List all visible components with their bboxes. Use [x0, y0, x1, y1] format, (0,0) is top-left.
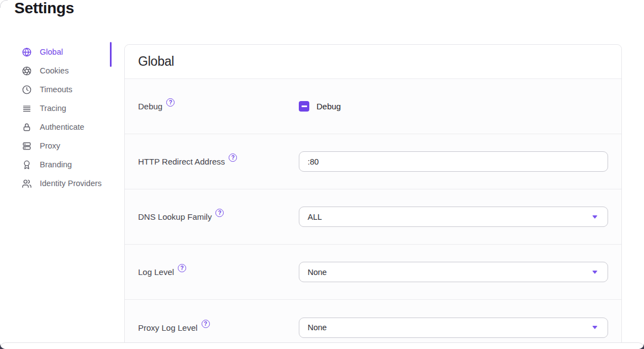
field-label-group: DNS Lookup Family ?	[138, 212, 299, 221]
settings-screen: Settings Global Cookies Timeouts Tracing…	[0, 0, 644, 349]
lock-icon	[22, 122, 32, 133]
settings-row-http-redirect-address: HTTP Redirect Address ?	[125, 134, 621, 189]
sidebar-item-timeouts[interactable]: Timeouts	[22, 80, 115, 99]
sidebar-item-label: Global	[40, 47, 63, 56]
clock-icon	[22, 84, 32, 95]
field-control: None	[299, 318, 608, 338]
users-icon	[22, 178, 32, 189]
sidebar-item-proxy[interactable]: Proxy	[22, 136, 115, 155]
http-redirect-address-input[interactable]	[299, 151, 608, 172]
chevron-down-icon	[592, 326, 598, 329]
sidebar-item-label: Branding	[40, 160, 72, 169]
help-icon[interactable]: ?	[215, 209, 224, 217]
sidebar-item-label: Identity Providers	[40, 179, 102, 188]
sidebar-item-identity-providers[interactable]: Identity Providers	[22, 174, 115, 193]
field-label: HTTP Redirect Address	[138, 157, 225, 166]
globe-icon	[22, 47, 32, 57]
field-label-group: Debug ?	[138, 102, 299, 111]
chevron-down-icon	[592, 215, 598, 219]
global-settings-card: Global Debug ? Debug HTTP Redirect Addre…	[124, 44, 622, 349]
select-value: None	[308, 323, 327, 332]
help-icon[interactable]: ?	[166, 98, 175, 107]
sidebar-item-cookies[interactable]: Cookies	[22, 61, 115, 80]
field-label: DNS Lookup Family	[138, 212, 212, 221]
debug-checkbox[interactable]	[299, 101, 309, 112]
list-icon	[22, 103, 32, 114]
card-header: Global	[125, 45, 621, 79]
settings-row-log-level: Log Level ? None	[125, 245, 621, 300]
checkbox-label: Debug	[316, 102, 341, 111]
field-label-group: Proxy Log Level ?	[138, 323, 299, 332]
select-value: None	[308, 268, 327, 277]
bottom-panel-edge	[0, 342, 644, 349]
sidebar-item-authenticate[interactable]: Authenticate	[22, 118, 115, 136]
field-control: None	[299, 262, 608, 282]
page-title: Settings	[14, 0, 74, 19]
sidebar-item-label: Authenticate	[40, 123, 85, 131]
field-label-group: Log Level ?	[138, 267, 299, 277]
card-title: Global	[138, 54, 174, 69]
settings-row-proxy-log-level: Proxy Log Level ? None	[125, 300, 621, 349]
sidebar-active-indicator	[110, 42, 112, 67]
sidebar-item-tracing[interactable]: Tracing	[22, 99, 115, 118]
field-label: Debug	[138, 102, 162, 111]
settings-row-dns-lookup-family: DNS Lookup Family ? ALL	[125, 189, 621, 245]
field-label: Log Level	[138, 267, 174, 277]
settings-row-debug: Debug ? Debug	[125, 79, 621, 134]
sidebar-item-global[interactable]: Global	[22, 43, 115, 61]
field-label-group: HTTP Redirect Address ?	[138, 157, 299, 166]
select-value: ALL	[308, 213, 322, 221]
settings-sidebar: Global Cookies Timeouts Tracing Authenti…	[22, 43, 115, 193]
sidebar-item-label: Tracing	[40, 104, 66, 113]
sidebar-item-label: Timeouts	[40, 85, 72, 94]
proxy-log-level-select[interactable]: None	[299, 318, 608, 338]
help-icon[interactable]: ?	[202, 320, 210, 328]
cookie-icon	[22, 66, 32, 76]
sidebar-item-branding[interactable]: Branding	[22, 155, 115, 174]
server-icon	[22, 141, 32, 151]
indeterminate-mark-icon	[302, 105, 307, 107]
sidebar-item-label: Proxy	[40, 141, 60, 150]
window-corner	[0, 0, 8, 8]
field-control: Debug	[299, 101, 608, 112]
log-level-select[interactable]: None	[299, 262, 608, 282]
field-label: Proxy Log Level	[138, 323, 198, 332]
help-icon[interactable]: ?	[229, 154, 237, 162]
field-control	[299, 151, 608, 172]
dns-lookup-family-select[interactable]: ALL	[299, 207, 608, 227]
award-icon	[22, 160, 32, 170]
chevron-down-icon	[592, 271, 598, 274]
sidebar-item-label: Cookies	[40, 66, 68, 75]
field-control: ALL	[299, 207, 608, 227]
help-icon[interactable]: ?	[178, 264, 186, 272]
